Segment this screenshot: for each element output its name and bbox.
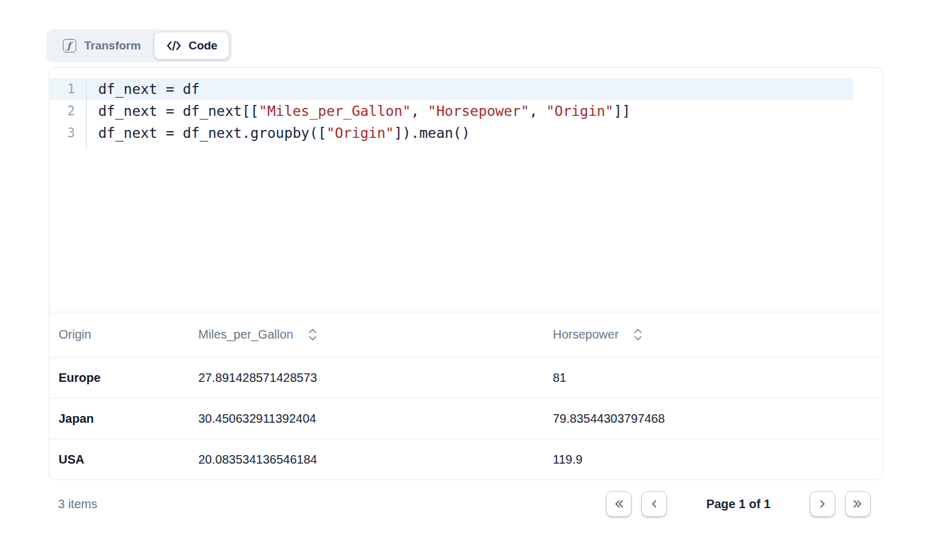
cell-origin: Japan — [59, 412, 198, 426]
items-count: 3 items — [49, 497, 97, 511]
function-icon: ƒ — [63, 39, 76, 52]
cell-origin: Europe — [59, 371, 198, 385]
sort-icon[interactable] — [633, 328, 643, 342]
editor-line-3[interactable]: 3 df_next = df_next.groupby(["Origin"]).… — [49, 122, 882, 144]
cell-horsepower: 79.83544303797468 — [553, 412, 873, 426]
column-label: Horsepower — [553, 328, 619, 342]
line-number: 2 — [49, 100, 87, 122]
cell-horsepower: 81 — [553, 371, 873, 385]
data-wrangler-view: ƒ Transform Code 1 df_next = df 2 df_ne — [0, 0, 925, 560]
view-tabs: ƒ Transform Code — [46, 29, 232, 62]
table-row[interactable]: Europe 27.891428571428573 81 — [49, 357, 882, 398]
previous-page-button[interactable] — [641, 491, 667, 517]
line-number: 1 — [49, 78, 87, 100]
result-panel: 1 df_next = df 2 df_next = df_next[["Mil… — [49, 67, 883, 480]
column-label: Origin — [59, 328, 91, 342]
table-header-row: Origin Miles_per_Gallon Horsepower — [49, 312, 882, 357]
double-chevron-right-icon — [851, 497, 865, 511]
cell-miles-per-gallon: 27.891428571428573 — [198, 371, 553, 385]
last-page-button[interactable] — [845, 491, 871, 517]
cell-miles-per-gallon: 30.450632911392404 — [198, 412, 553, 426]
table-row[interactable]: USA 20.083534136546184 119.9 — [49, 439, 882, 480]
cell-miles-per-gallon: 20.083534136546184 — [198, 453, 553, 467]
line-number: 3 — [49, 122, 87, 144]
column-header-origin[interactable]: Origin — [59, 328, 198, 342]
cell-horsepower: 119.9 — [553, 453, 873, 467]
editor-line-1[interactable]: 1 df_next = df — [49, 78, 853, 100]
cell-origin: USA — [59, 453, 198, 467]
tab-transform-label: Transform — [84, 39, 141, 52]
next-page-button[interactable] — [810, 491, 835, 517]
chevron-left-icon — [647, 497, 661, 511]
chevron-right-icon — [815, 497, 830, 511]
code-line-text: df_next = df_next[["Miles_per_Gallon", "… — [87, 100, 882, 122]
double-chevron-left-icon — [611, 497, 626, 511]
column-label: Miles_per_Gallon — [198, 328, 293, 342]
tab-transform[interactable]: ƒ Transform — [49, 32, 154, 59]
tab-code-label: Code — [189, 39, 218, 52]
code-editor[interactable]: 1 df_next = df 2 df_next = df_next[["Mil… — [49, 68, 882, 312]
table-row[interactable]: Japan 30.450632911392404 79.835443037974… — [49, 398, 882, 439]
column-header-horsepower[interactable]: Horsepower — [553, 328, 873, 342]
code-line-text: df_next = df — [87, 78, 853, 100]
pagination-bar: 3 items Page 1 of 1 — [49, 491, 883, 517]
tab-code[interactable]: Code — [154, 32, 229, 59]
pager: Page 1 of 1 — [606, 491, 871, 517]
result-table: Origin Miles_per_Gallon Horsepower — [49, 312, 882, 480]
editor-line-2[interactable]: 2 df_next = df_next[["Miles_per_Gallon",… — [49, 100, 882, 122]
column-header-miles-per-gallon[interactable]: Miles_per_Gallon — [198, 328, 553, 342]
editor-gutter-filler — [49, 144, 882, 150]
page-indicator: Page 1 of 1 — [706, 497, 771, 511]
sort-icon[interactable] — [308, 328, 318, 342]
first-page-button[interactable] — [606, 491, 632, 517]
code-line-text: df_next = df_next.groupby(["Origin"]).me… — [87, 122, 882, 144]
code-icon — [166, 40, 182, 52]
